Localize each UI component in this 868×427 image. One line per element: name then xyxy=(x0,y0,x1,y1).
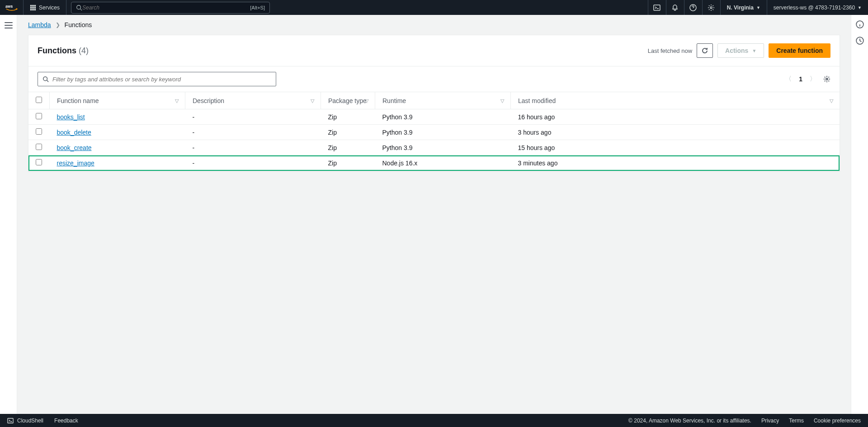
refresh-button[interactable] xyxy=(697,43,713,58)
runtime-cell: Python 3.9 xyxy=(375,109,511,125)
cookie-preferences-link[interactable]: Cookie preferences xyxy=(814,418,861,424)
filter-box[interactable] xyxy=(38,72,276,86)
sort-icon: ▽ xyxy=(311,98,314,103)
search-icon xyxy=(76,5,82,11)
sidebar-toggle-button[interactable] xyxy=(5,22,13,28)
function-name-link[interactable]: books_list xyxy=(57,113,85,121)
select-all-checkbox[interactable] xyxy=(36,97,42,103)
description-cell: - xyxy=(185,109,321,125)
privacy-link[interactable]: Privacy xyxy=(761,418,779,424)
runtime-cell: Python 3.9 xyxy=(375,140,511,155)
svg-rect-9 xyxy=(34,9,36,10)
svg-point-10 xyxy=(77,5,81,9)
info-icon[interactable] xyxy=(856,20,864,28)
last-modified-cell: 16 hours ago xyxy=(511,109,840,125)
breadcrumb: Lambda ❯ Functions xyxy=(28,21,840,28)
prev-page-button[interactable]: 〈 xyxy=(785,75,792,83)
top-navigation: aws Services [Alt+S] N. Virginia▼ server… xyxy=(0,0,868,15)
svg-line-11 xyxy=(80,9,82,10)
row-checkbox[interactable] xyxy=(36,159,42,165)
package-type-cell: Zip xyxy=(321,140,375,155)
caret-down-icon: ▼ xyxy=(752,48,756,53)
functions-panel: Functions (4) Last fetched now Actions▼ … xyxy=(28,35,840,171)
panel-title: Functions (4) xyxy=(38,46,89,56)
svg-rect-3 xyxy=(34,5,36,6)
cloudshell-link[interactable]: CloudShell xyxy=(7,418,43,424)
package-type-cell: Zip xyxy=(321,125,375,140)
table-row[interactable]: book_delete-ZipPython 3.93 hours ago xyxy=(28,125,840,140)
package-type-cell: Zip xyxy=(321,155,375,171)
svg-point-15 xyxy=(43,77,47,81)
svg-rect-1 xyxy=(30,5,32,6)
clock-icon[interactable] xyxy=(856,37,864,45)
column-function-name[interactable]: Function name▽ xyxy=(50,92,185,109)
svg-point-17 xyxy=(826,78,828,80)
package-type-cell: Zip xyxy=(321,109,375,125)
feedback-link[interactable]: Feedback xyxy=(54,418,78,424)
column-last-modified[interactable]: Last modified▽ xyxy=(511,92,840,109)
search-icon xyxy=(42,76,49,82)
sort-icon: ▽ xyxy=(175,98,179,103)
sort-icon: ▽ xyxy=(365,98,368,103)
function-name-link[interactable]: book_delete xyxy=(57,129,91,136)
settings-icon-button[interactable] xyxy=(702,0,720,15)
breadcrumb-current: Functions xyxy=(65,21,92,28)
svg-rect-8 xyxy=(32,9,34,10)
row-checkbox[interactable] xyxy=(36,128,42,135)
table-row[interactable]: books_list-ZipPython 3.916 hours ago xyxy=(28,109,840,125)
chevron-right-icon: ❯ xyxy=(56,22,60,28)
last-modified-cell: 15 hours ago xyxy=(511,140,840,155)
footer-bar: CloudShell Feedback © 2024, Amazon Web S… xyxy=(0,414,868,427)
sort-icon: ▽ xyxy=(830,98,833,103)
column-package-type[interactable]: Package type▽ xyxy=(321,92,375,109)
terms-link[interactable]: Terms xyxy=(789,418,804,424)
column-runtime[interactable]: Runtime▽ xyxy=(375,92,511,109)
services-menu[interactable]: Services xyxy=(24,0,66,15)
actions-dropdown[interactable]: Actions▼ xyxy=(717,43,764,58)
global-search-input[interactable] xyxy=(82,5,250,11)
copyright-text: © 2024, Amazon Web Services, Inc. or its… xyxy=(628,418,751,424)
svg-rect-4 xyxy=(30,7,32,9)
region-selector[interactable]: N. Virginia▼ xyxy=(720,0,767,15)
global-search[interactable]: [Alt+S] xyxy=(71,2,270,14)
svg-rect-2 xyxy=(32,5,34,6)
pagination: 〈 1 〉 xyxy=(785,75,830,83)
last-modified-cell: 3 hours ago xyxy=(511,125,840,140)
create-function-button[interactable]: Create function xyxy=(769,43,830,58)
svg-line-16 xyxy=(47,80,49,82)
filter-input[interactable] xyxy=(52,76,271,83)
sort-icon: ▽ xyxy=(500,98,504,103)
cloudshell-icon-button[interactable] xyxy=(648,0,666,15)
last-fetched-label: Last fetched now xyxy=(648,47,692,54)
svg-rect-5 xyxy=(32,7,34,9)
table-row[interactable]: book_create-ZipPython 3.915 hours ago xyxy=(28,140,840,155)
function-name-link[interactable]: resize_image xyxy=(57,160,94,167)
help-icon-button[interactable] xyxy=(684,0,702,15)
next-page-button[interactable]: 〉 xyxy=(810,75,816,83)
svg-text:aws: aws xyxy=(5,4,13,9)
caret-down-icon: ▼ xyxy=(756,5,760,10)
svg-rect-7 xyxy=(30,9,32,10)
breadcrumb-root-link[interactable]: Lambda xyxy=(28,21,51,28)
description-cell: - xyxy=(185,155,321,171)
description-cell: - xyxy=(185,140,321,155)
runtime-cell: Node.js 16.x xyxy=(375,155,511,171)
main-content: Lambda ❯ Functions Functions (4) Last fe… xyxy=(17,15,851,414)
row-checkbox[interactable] xyxy=(36,113,42,119)
caret-down-icon: ▼ xyxy=(858,5,862,10)
right-help-panel-collapsed xyxy=(851,15,868,414)
left-sidebar-collapsed xyxy=(0,15,17,414)
function-name-link[interactable]: book_create xyxy=(57,144,92,151)
aws-logo[interactable]: aws xyxy=(0,0,24,15)
description-cell: - xyxy=(185,125,321,140)
services-label: Services xyxy=(39,5,60,11)
functions-table: Function name▽ Description▽ Package type… xyxy=(28,92,840,171)
table-settings-icon[interactable] xyxy=(823,75,830,83)
row-checkbox[interactable] xyxy=(36,144,42,150)
search-shortcut-hint: [Alt+S] xyxy=(250,5,265,10)
column-description[interactable]: Description▽ xyxy=(185,92,321,109)
account-menu[interactable]: serverless-ws @ 4783-7191-2360▼ xyxy=(767,0,868,15)
table-row[interactable]: resize_image-ZipNode.js 16.x3 minutes ag… xyxy=(28,155,840,171)
svg-point-14 xyxy=(710,7,712,9)
notifications-icon-button[interactable] xyxy=(666,0,684,15)
